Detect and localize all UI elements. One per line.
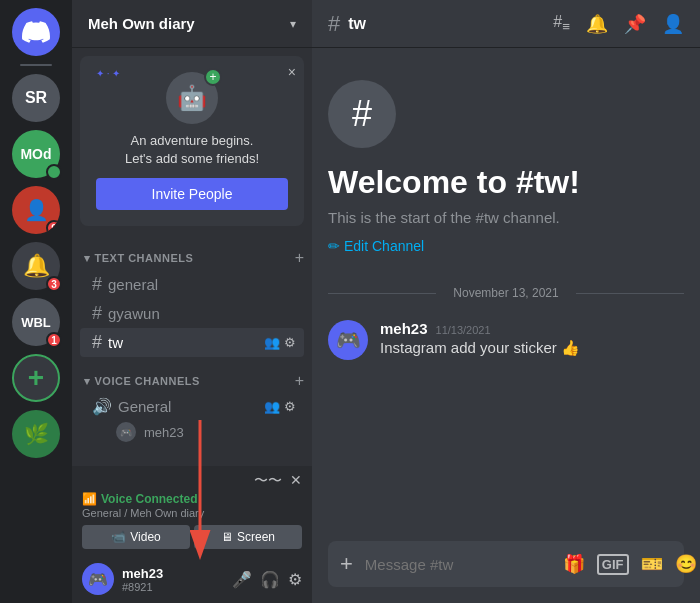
username: meh23 (122, 566, 224, 581)
add-attachment-button[interactable]: + (336, 541, 357, 587)
channel-tw[interactable]: # tw 👥 ⚙ (80, 328, 304, 357)
message-input-box: + 🎁 GIF 🎫 😊 (328, 541, 684, 587)
welcome-description: This is the start of the #tw channel. (328, 209, 684, 226)
arrow-icon: ▾ (84, 252, 91, 265)
date-divider: November 13, 2021 (328, 286, 684, 300)
threads-icon[interactable]: #≡ (553, 13, 570, 35)
members-icon: 👥 (264, 335, 280, 350)
hash-icon: # (92, 274, 102, 295)
main-content: # tw #≡ 🔔 📌 👤 # Welcome to #tw! This is … (312, 0, 700, 603)
welcome-card: × ✦ · ✦ 🤖 + An adventure begins. Let's a… (80, 56, 304, 226)
server-sidebar: SR MOd 👤 9 🔔 3 WBL 1 + 🌿 (0, 0, 72, 603)
channel-sidebar: Meh Own diary ▾ × ✦ · ✦ 🤖 + An adventure… (72, 0, 312, 603)
message-avatar: 🎮 (328, 320, 368, 360)
gif-button[interactable]: GIF (597, 554, 629, 575)
plus-badge: + (204, 68, 222, 86)
voice-connected-bar: 〜〜 ✕ 📶 Voice Connected General / Meh Own… (72, 466, 312, 555)
voice-channels-label[interactable]: ▾ VOICE CHANNELS (84, 375, 200, 388)
voice-member-avatar: 🎮 (116, 422, 136, 442)
server-wbl[interactable]: WBL 1 (12, 298, 60, 346)
add-server-button[interactable]: + (12, 354, 60, 402)
avatar: 🎮 (82, 563, 114, 595)
settings-icon: ⚙ (284, 335, 296, 350)
bell-icon[interactable]: 🔔 (586, 13, 608, 35)
hash-icon: # (92, 332, 102, 353)
pin-icon[interactable]: 📌 (624, 13, 646, 35)
channel-name-tw: tw (108, 334, 258, 351)
decorative-dots: ✦ · ✦ (96, 68, 120, 79)
channel-name-general: general (108, 276, 296, 293)
user-discriminator: #8921 (122, 581, 224, 593)
waveform-icon[interactable]: 〜〜 (254, 472, 282, 490)
hash-icon: # (92, 303, 102, 324)
voice-member-name: meh23 (144, 425, 184, 440)
voice-channel-name: General (118, 398, 258, 415)
server-sr[interactable]: SR (12, 74, 60, 122)
chevron-down-icon: ▾ (290, 17, 296, 31)
emoji-icon[interactable]: 😊 (675, 553, 697, 575)
user-bar: 🎮 meh23 #8921 🎤 🎧 ⚙ (72, 555, 312, 603)
bell-badge: 3 (46, 276, 62, 292)
server-green[interactable]: 🌿 (12, 410, 60, 458)
screen-button[interactable]: 🖥 Screen (194, 525, 302, 549)
welcome-section: # Welcome to #tw! This is the start of t… (328, 48, 684, 270)
text-channels-category: ▾ TEXT CHANNELS + (72, 234, 312, 270)
message-content: meh23 11/13/2021 Instagram add your stic… (380, 320, 684, 360)
screen-icon: 🖥 (221, 530, 233, 544)
voice-member-meh23: 🎮 meh23 (80, 420, 304, 444)
robot-avatar: 🤖 + (166, 72, 218, 124)
settings-icon[interactable]: ⚙ (288, 570, 302, 589)
server-header[interactable]: Meh Own diary ▾ (72, 0, 312, 48)
message-username: meh23 (380, 320, 428, 337)
channel-header-name: tw (348, 15, 545, 33)
disconnect-icon[interactable]: ✕ (290, 472, 302, 490)
discord-home-button[interactable] (12, 8, 60, 56)
members-icon: 👥 (264, 399, 280, 414)
header-icons: #≡ 🔔 📌 👤 (553, 13, 684, 35)
close-icon[interactable]: × (288, 64, 296, 80)
deafen-icon[interactable]: 🎧 (260, 570, 280, 589)
channel-general[interactable]: # general (80, 270, 304, 299)
chat-area: # Welcome to #tw! This is the start of t… (312, 48, 700, 541)
message-text: Instagram add your sticker 👍 (380, 339, 684, 357)
voice-status: 📶 Voice Connected (82, 492, 302, 506)
message-input-area: + 🎁 GIF 🎫 😊 (312, 541, 700, 603)
add-voice-channel-button[interactable]: + (295, 373, 304, 389)
channel-icon: # (328, 80, 396, 148)
text-channels-label[interactable]: ▾ TEXT CHANNELS (84, 252, 193, 265)
welcome-title: Welcome to #tw! (328, 164, 684, 201)
voice-channel-general[interactable]: 🔊 General 👥 ⚙ (80, 393, 304, 420)
channel-list: ▾ TEXT CHANNELS + # general # gyawun # t… (72, 234, 312, 466)
mod-badge (46, 164, 62, 180)
server-bell[interactable]: 🔔 3 (12, 242, 60, 290)
channel-gyawun[interactable]: # gyawun (80, 299, 304, 328)
message-input[interactable] (365, 545, 555, 584)
server-avatar1[interactable]: 👤 9 (12, 186, 60, 234)
mute-icon[interactable]: 🎤 (232, 570, 252, 589)
invite-people-button[interactable]: Invite People (96, 178, 288, 210)
channel-header: # tw #≡ 🔔 📌 👤 (312, 0, 700, 48)
video-button[interactable]: 📹 Video (82, 525, 190, 549)
members-icon[interactable]: 👤 (662, 13, 684, 35)
avatar1-badge: 9 (46, 220, 60, 234)
input-icons: 🎁 GIF 🎫 😊 (563, 553, 697, 575)
message-timestamp: 11/13/2021 (436, 324, 491, 336)
channel-name-gyawun: gyawun (108, 305, 296, 322)
user-info: meh23 #8921 (122, 566, 224, 593)
arrow-icon: ▾ (84, 375, 91, 388)
video-icon: 📹 (111, 530, 126, 544)
gift-icon[interactable]: 🎁 (563, 553, 585, 575)
add-text-channel-button[interactable]: + (295, 250, 304, 266)
user-controls: 🎤 🎧 ⚙ (232, 570, 302, 589)
voice-channels-category: ▾ VOICE CHANNELS + (72, 357, 312, 393)
settings-icon: ⚙ (284, 399, 296, 414)
server-divider (20, 64, 52, 66)
wbl-badge: 1 (46, 332, 62, 348)
message: 🎮 meh23 11/13/2021 Instagram add your st… (328, 316, 684, 364)
message-header: meh23 11/13/2021 (380, 320, 684, 337)
sticker-icon[interactable]: 🎫 (641, 553, 663, 575)
server-name: Meh Own diary (88, 15, 195, 32)
server-mod[interactable]: MOd (12, 130, 60, 178)
edit-channel-link[interactable]: ✏ Edit Channel (328, 238, 684, 254)
speaker-icon: 🔊 (92, 397, 112, 416)
